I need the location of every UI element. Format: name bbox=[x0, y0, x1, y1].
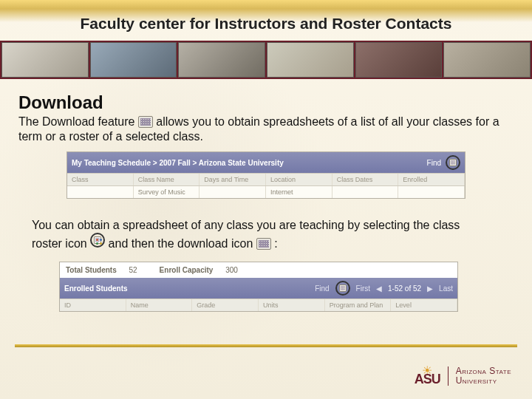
roster-columns: ID Name Grade Units Program and Plan Lev… bbox=[60, 299, 457, 311]
col-class: Class bbox=[67, 174, 134, 185]
asu-text: ASU bbox=[415, 374, 440, 384]
section-heading: Download bbox=[18, 92, 514, 113]
cap-label: Enroll Capacity bbox=[160, 266, 214, 274]
photo-cell bbox=[178, 42, 265, 78]
univ-line2: University bbox=[456, 376, 511, 386]
col-classdates: Class Dates bbox=[332, 174, 399, 185]
schedule-header-bar: My Teaching Schedule > 2007 Fall > Arizo… bbox=[67, 152, 465, 173]
content-area: Download The Download feature allows you… bbox=[18, 92, 514, 312]
cap-value: 300 bbox=[225, 266, 238, 274]
col-program: Program and Plan bbox=[325, 299, 392, 311]
chevron-left-icon: ◀ bbox=[376, 284, 382, 293]
photo-band bbox=[0, 41, 532, 79]
enrolled-students-screenshot: Total Students 52 Enroll Capacity 300 En… bbox=[59, 262, 458, 312]
col-grade: Grade bbox=[192, 299, 259, 311]
grid-icon bbox=[339, 284, 347, 292]
cell: Survey of Music bbox=[134, 186, 200, 198]
univ-line1: Arizona State bbox=[456, 366, 511, 376]
para2-text-c: : bbox=[274, 237, 277, 250]
para1-text-a: The Download feature bbox=[18, 115, 138, 128]
col-classname: Class Name bbox=[134, 174, 200, 185]
university-name: Arizona State University bbox=[448, 366, 511, 386]
teaching-schedule-screenshot: My Teaching Schedule > 2007 Fall > Arizo… bbox=[66, 151, 466, 199]
find-label: Find bbox=[427, 159, 441, 167]
find-label: Find bbox=[315, 284, 329, 293]
first-link: First bbox=[356, 284, 370, 293]
divider bbox=[15, 344, 517, 347]
schedule-row: Survey of Music Internet bbox=[67, 186, 465, 198]
page-indicator: 1-52 of 52 bbox=[388, 284, 421, 293]
col-name: Name bbox=[126, 299, 193, 311]
schedule-columns: Class Class Name Days and Time Location … bbox=[67, 173, 465, 186]
cell bbox=[200, 186, 266, 198]
cell: Internet bbox=[266, 186, 332, 198]
cell bbox=[67, 186, 134, 198]
roster-icon-circled bbox=[90, 233, 105, 248]
paragraph-1: The Download feature allows you to obtai… bbox=[18, 115, 514, 144]
enrolled-header-bar: Enrolled Students Find First ◀ 1-52 of 5… bbox=[60, 278, 457, 299]
photo-cell bbox=[267, 42, 354, 78]
slide: Faculty center for Instructors and Roste… bbox=[0, 0, 532, 399]
paragraph-2: You can obtain a spreadsheet of any clas… bbox=[32, 218, 491, 251]
col-location: Location bbox=[266, 174, 332, 185]
breadcrumb: My Teaching Schedule > 2007 Fall > Arizo… bbox=[72, 159, 284, 167]
total-students: Total Students 52 bbox=[66, 266, 137, 274]
roster-meta: Total Students 52 Enroll Capacity 300 bbox=[60, 262, 457, 278]
bar-title: Enrolled Students bbox=[64, 284, 128, 293]
cell bbox=[398, 186, 465, 198]
footer-logo: ☀ ASU Arizona State University bbox=[415, 366, 511, 386]
photo-cell bbox=[1, 42, 89, 78]
find-area: Find bbox=[427, 155, 460, 170]
enroll-capacity: Enroll Capacity 300 bbox=[160, 266, 238, 274]
cell bbox=[332, 186, 399, 198]
photo-cell bbox=[443, 42, 531, 78]
col-enrolled: Enrolled bbox=[398, 174, 465, 185]
grid-icon-circled bbox=[335, 281, 350, 296]
col-level: Level bbox=[391, 299, 457, 311]
download-icon bbox=[256, 238, 271, 250]
photo-cell bbox=[355, 42, 443, 78]
col-units: Units bbox=[259, 299, 325, 311]
grid-icon bbox=[449, 159, 457, 166]
slide-title: Faculty center for Instructors and Roste… bbox=[0, 15, 532, 33]
col-id: ID bbox=[60, 299, 126, 311]
total-label: Total Students bbox=[66, 266, 117, 274]
nav-area: Find First ◀ 1-52 of 52 ▶ Last bbox=[315, 281, 453, 296]
photo-cell bbox=[90, 42, 177, 78]
para2-text-b: and then the download icon bbox=[109, 237, 256, 250]
download-icon bbox=[138, 116, 153, 128]
chevron-right-icon: ▶ bbox=[427, 284, 433, 293]
col-daystime: Days and Time bbox=[200, 174, 266, 185]
roster-icon bbox=[94, 236, 101, 244]
total-value: 52 bbox=[129, 266, 137, 274]
last-link: Last bbox=[439, 284, 453, 293]
asu-mark: ☀ ASU bbox=[415, 367, 440, 385]
grid-icon-circled bbox=[446, 155, 460, 170]
